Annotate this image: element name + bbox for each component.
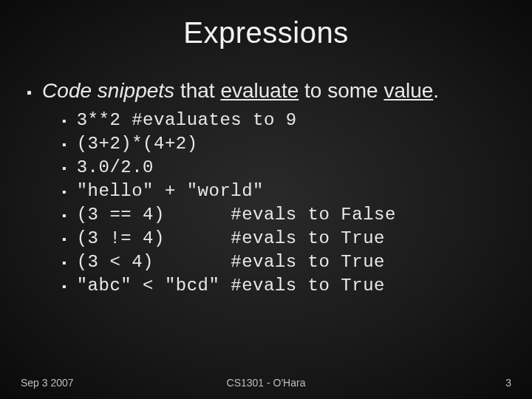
bullet-underline2: value [383,79,433,102]
bullet-plain1: that [174,79,220,102]
bullet-icon: ▪ [62,206,66,225]
list-item: ▪ 3.0/2.0 [62,157,505,178]
bullet-plain2: to some [299,79,383,102]
bullet-underline1: evaluate [220,79,299,102]
bullet-icon: ▪ [62,253,66,273]
list-item: ▪ (3 != 4) #evals to True [62,228,505,249]
code-list: ▪ 3**2 #evaluates to 9 ▪ (3+2)*(4+2) ▪ 3… [62,110,505,296]
bullet-icon: ▪ [62,183,66,202]
code-line: (3+2)*(4+2) [77,134,198,154]
list-item: ▪ 3**2 #evaluates to 9 [62,110,505,131]
bullet-icon: ▪ [27,82,32,103]
list-item: ▪ "abc" < "bcd" #evals to True [62,276,505,296]
bullet-icon: ▪ [62,112,66,131]
main-bullet: ▪ Code snippets that evaluate to some va… [27,79,505,103]
footer-date: Sep 3 2007 [21,377,74,389]
slide-title: Expressions [0,0,532,50]
bullet-plain3: . [433,79,439,102]
code-line: 3**2 #evaluates to 9 [77,110,297,130]
bullet-text: Code snippets that evaluate to some valu… [42,79,439,103]
code-line: 3.0/2.0 [77,157,154,177]
code-line: (3 == 4) #evals to False [77,205,396,225]
code-line: (3 < 4) #evals to True [77,252,385,272]
footer-page-number: 3 [505,377,511,389]
bullet-icon: ▪ [62,159,66,178]
list-item: ▪ (3 < 4) #evals to True [62,252,505,273]
bullet-icon: ▪ [62,277,66,296]
code-line: "hello" + "world" [77,181,264,201]
slide-content: ▪ Code snippets that evaluate to some va… [0,50,532,296]
list-item: ▪ (3 == 4) #evals to False [62,205,505,225]
list-item: ▪ (3+2)*(4+2) [62,134,505,154]
bullet-italic: Code snippets [42,79,174,102]
footer-course: CS1301 - O'Hara [227,377,306,389]
bullet-icon: ▪ [62,135,66,154]
list-item: ▪ "hello" + "world" [62,181,505,202]
code-line: (3 != 4) #evals to True [77,228,385,248]
code-line: "abc" < "bcd" #evals to True [77,276,385,296]
footer: Sep 3 2007 CS1301 - O'Hara 3 [0,377,532,389]
bullet-icon: ▪ [62,230,66,249]
